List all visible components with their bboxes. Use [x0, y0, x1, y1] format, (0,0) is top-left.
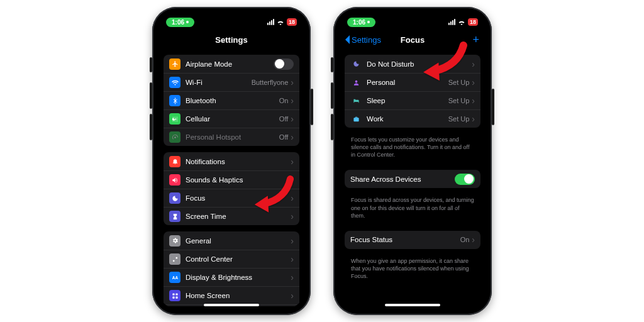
signal-icon — [448, 19, 455, 25]
chevron-right-icon: › — [291, 175, 294, 184]
settings-group: Do Not Disturb›PersonalSet Up›SleepSet U… — [345, 55, 480, 128]
airplane-icon — [169, 58, 180, 70]
briefcase-icon — [350, 113, 362, 125]
phone-right: 1:06 18 Settings Focus + Do Not Disturb›… — [333, 7, 492, 315]
home-indicator[interactable] — [204, 304, 259, 306]
row-personal[interactable]: PersonalSet Up› — [345, 73, 480, 91]
chevron-left-icon — [345, 35, 350, 44]
back-button[interactable]: Settings — [345, 35, 381, 45]
person-icon — [350, 77, 362, 88]
row-cellular[interactable]: CellularOff› — [164, 109, 299, 128]
row-label: Display & Brightness — [186, 274, 291, 281]
screen-focus: 1:06 18 Settings Focus + Do Not Disturb›… — [340, 13, 486, 309]
row-value: Set Up — [448, 79, 470, 86]
hotspot-icon — [169, 131, 180, 143]
notch — [379, 13, 447, 27]
row-focus-status[interactable]: Focus StatusOn› — [345, 231, 480, 249]
chevron-right-icon: › — [291, 78, 294, 87]
gear-icon — [169, 235, 180, 247]
chevron-right-icon: › — [472, 78, 475, 87]
settings-group: Share Across Devices — [345, 170, 480, 188]
row-personal-hotspot[interactable]: Personal HotspotOff› — [164, 128, 299, 146]
svg-rect-3 — [172, 293, 174, 295]
chevron-right-icon: › — [291, 212, 294, 221]
row-label: Share Across Devices — [350, 175, 455, 183]
row-value: Off — [279, 115, 288, 123]
row-label: Focus Status — [350, 236, 460, 243]
signal-icon — [267, 19, 274, 25]
settings-group: General›Control Center›AADisplay & Brigh… — [164, 231, 299, 306]
wifi-icon — [169, 77, 180, 88]
home-indicator[interactable] — [385, 304, 440, 306]
phone-left: 1:06 18 Settings Airplane ModeWi-FiButte… — [152, 7, 311, 315]
row-value: On — [279, 97, 289, 104]
row-do-not-disturb[interactable]: Do Not Disturb› — [345, 55, 480, 73]
row-share-across-devices[interactable]: Share Across Devices — [345, 170, 480, 188]
chevron-right-icon: › — [472, 60, 475, 69]
row-label: Screen Time — [186, 213, 291, 220]
section-footer: When you give an app permission, it can … — [345, 255, 480, 285]
row-airplane-mode[interactable]: Airplane Mode — [164, 55, 299, 73]
nav-bar: Settings Focus + — [340, 31, 486, 48]
add-button[interactable]: + — [472, 33, 479, 47]
chevron-right-icon: › — [291, 236, 294, 245]
section-footer: Focus is shared across your devices, and… — [345, 194, 480, 224]
time-pill: 1:06 — [166, 18, 194, 27]
row-label: Wi-Fi — [186, 79, 252, 86]
battery-badge: 18 — [468, 18, 478, 26]
row-label: Sounds & Haptics — [186, 176, 291, 184]
row-work[interactable]: WorkSet Up› — [345, 109, 480, 128]
hourglass-icon — [169, 211, 180, 222]
row-label: Focus — [186, 194, 291, 202]
row-label: Notifications — [186, 158, 291, 165]
row-label: Personal — [367, 79, 448, 86]
row-label: Sleep — [367, 97, 448, 104]
focus-list[interactable]: Do Not Disturb›PersonalSet Up›SleepSet U… — [340, 48, 486, 306]
row-screen-time[interactable]: Screen Time› — [164, 207, 299, 225]
svg-text:AA: AA — [172, 275, 178, 280]
toggle[interactable] — [274, 58, 294, 70]
moon-icon — [350, 58, 362, 70]
page-title: Settings — [215, 35, 247, 45]
chevron-right-icon: › — [291, 157, 294, 166]
chevron-right-icon: › — [472, 114, 475, 123]
aa-icon: AA — [169, 272, 180, 283]
chevron-right-icon: › — [291, 114, 294, 123]
toggle[interactable] — [455, 174, 475, 185]
row-sounds-haptics[interactable]: Sounds & Haptics› — [164, 170, 299, 189]
screen-settings: 1:06 18 Settings Airplane ModeWi-FiButte… — [158, 13, 304, 309]
row-notifications[interactable]: Notifications› — [164, 152, 299, 170]
row-bluetooth[interactable]: BluetoothOn› — [164, 91, 299, 109]
speaker-icon — [169, 174, 180, 186]
section-footer: Focus lets you customize your devices an… — [345, 134, 480, 164]
row-wi-fi[interactable]: Wi-FiButterflyone› — [164, 73, 299, 91]
settings-list[interactable]: Airplane ModeWi-FiButterflyone›Bluetooth… — [158, 48, 304, 306]
row-label: Work — [367, 115, 448, 123]
row-home-screen[interactable]: Home Screen› — [164, 286, 299, 304]
row-value: On — [460, 236, 470, 243]
chevron-right-icon: › — [472, 235, 475, 244]
grid-icon — [169, 290, 180, 301]
wifi-icon — [458, 19, 465, 25]
row-general[interactable]: General› — [164, 231, 299, 250]
settings-group: Notifications›Sounds & Haptics›Focus›Scr… — [164, 152, 299, 225]
row-focus[interactable]: Focus› — [164, 189, 299, 207]
row-value: Off — [279, 133, 288, 141]
chevron-right-icon: › — [291, 255, 294, 264]
time-pill: 1:06 — [347, 18, 375, 27]
chevron-right-icon: › — [291, 133, 294, 142]
chevron-right-icon: › — [291, 273, 294, 282]
row-label: General — [186, 237, 291, 245]
wifi-icon — [277, 19, 284, 25]
row-sleep[interactable]: SleepSet Up› — [345, 91, 480, 109]
row-label: Do Not Disturb — [367, 60, 472, 68]
row-label: Control Center — [186, 255, 291, 263]
row-display-brightness[interactable]: AADisplay & Brightness› — [164, 268, 299, 286]
svg-rect-4 — [175, 293, 177, 295]
chevron-right-icon: › — [291, 96, 294, 105]
chevron-right-icon: › — [291, 291, 294, 300]
chevron-right-icon: › — [291, 194, 294, 203]
row-control-center[interactable]: Control Center› — [164, 250, 299, 268]
row-label: Home Screen — [186, 292, 291, 299]
svg-point-0 — [175, 118, 176, 119]
